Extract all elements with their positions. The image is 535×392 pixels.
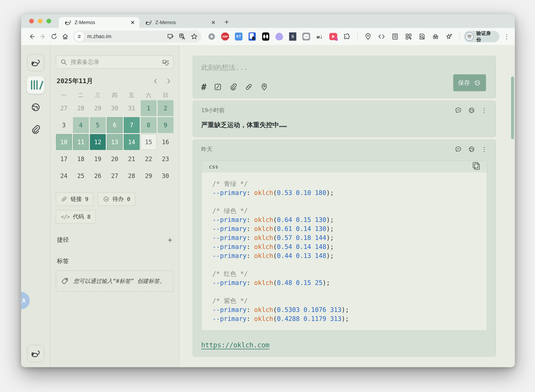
calendar-day[interactable]: 25	[73, 168, 89, 184]
code-stat-chip[interactable]: </> 代码 8	[56, 210, 96, 223]
profile-chip[interactable]: 验证身份	[464, 31, 499, 42]
links-stat-chip[interactable]: 链接 9	[56, 192, 94, 206]
address-bar[interactable]: m.zhao.im	[73, 31, 201, 42]
app-logo-mouse-icon[interactable]	[27, 54, 44, 71]
memo-link[interactable]: https://oklch.com	[201, 341, 270, 349]
calendar-day[interactable]: 23	[158, 151, 174, 167]
attachment-icon[interactable]	[229, 83, 237, 91]
url-text[interactable]: m.zhao.im	[87, 33, 167, 39]
calendar-day[interactable]: 22	[141, 151, 156, 167]
calendar-day[interactable]: 27	[107, 168, 123, 184]
globe-icon[interactable]	[468, 107, 475, 114]
copy-code-icon[interactable]	[474, 163, 480, 170]
nav-explore-button[interactable]	[27, 99, 44, 116]
calendar-day[interactable]: 1	[141, 100, 156, 116]
calendar-day[interactable]: 9	[158, 117, 174, 133]
calendar-day[interactable]: 17	[56, 151, 72, 167]
hashtag-icon[interactable]: #	[201, 83, 206, 91]
calendar-day[interactable]: 13	[107, 134, 123, 150]
location-pin-icon[interactable]	[364, 33, 372, 41]
calendar-day[interactable]: 15	[141, 134, 156, 150]
calendar-day[interactable]: 28	[73, 100, 89, 116]
incognito-icon[interactable]	[431, 33, 440, 41]
memo-editor[interactable]: 此刻的想法... # 保存	[193, 56, 496, 98]
floating-translate-bubble[interactable]: 文A	[21, 292, 30, 309]
calendar-day[interactable]: 27	[56, 100, 72, 116]
calendar-day[interactable]: 4	[73, 117, 89, 133]
calendar-day[interactable]: 31	[124, 100, 140, 116]
globe-icon[interactable]	[468, 145, 475, 153]
calendar-day[interactable]: 6	[107, 117, 123, 133]
calendar-day[interactable]: 14	[124, 134, 140, 150]
bookmark-star-icon[interactable]	[191, 33, 198, 40]
browser-menu-icon[interactable]: ⋮	[504, 33, 510, 40]
minimize-window-button[interactable]	[38, 19, 43, 23]
code-brackets-icon[interactable]	[377, 33, 386, 41]
scrollbar-thumb[interactable]	[511, 76, 514, 139]
calendar-day[interactable]: 28	[124, 168, 140, 184]
prev-month-icon[interactable]	[153, 79, 158, 84]
tab-z-memos-active[interactable]: Z-Memos ✕	[59, 17, 139, 28]
calendar-day[interactable]: 26	[90, 168, 106, 184]
extension-ring-icon[interactable]	[208, 33, 216, 41]
calendar-day[interactable]: 21	[124, 151, 140, 167]
calendar-day[interactable]: 29	[141, 168, 156, 184]
back-button[interactable]	[26, 33, 37, 40]
calendar-day[interactable]: 24	[56, 168, 72, 184]
extension-eyes-icon[interactable]	[261, 33, 270, 41]
next-month-icon[interactable]	[166, 79, 171, 84]
calendar-day[interactable]: 20	[107, 151, 123, 167]
site-settings-icon[interactable]	[75, 32, 84, 41]
close-tab-icon[interactable]: ✕	[131, 20, 135, 26]
calendar-day[interactable]: 5	[90, 117, 106, 133]
calendar-day[interactable]: 2	[158, 100, 174, 116]
extension-password-lock-icon[interactable]	[248, 33, 256, 41]
calendar-day[interactable]: 19	[90, 151, 106, 167]
qr-code-icon[interactable]	[404, 33, 413, 41]
extension-video-icon[interactable]	[329, 33, 337, 41]
calendar-day[interactable]: 29	[90, 100, 106, 116]
calendar-day[interactable]: 30	[107, 100, 123, 116]
extension-adblock-icon[interactable]: ABP	[221, 33, 229, 41]
extension-s-icon[interactable]: S	[289, 33, 297, 41]
comment-icon[interactable]	[455, 145, 462, 153]
calendar-day[interactable]: 30	[158, 168, 174, 184]
translate-icon[interactable]	[179, 33, 186, 40]
new-tab-button[interactable]: +	[220, 18, 231, 28]
calendar-day[interactable]: 16	[158, 134, 174, 150]
search-input[interactable]: 搜索备忘录	[56, 56, 174, 69]
close-tab-icon[interactable]: ✕	[211, 20, 215, 26]
extension-ghost-icon[interactable]	[275, 33, 283, 41]
send-to-device-icon[interactable]	[167, 33, 174, 40]
bottom-mouse-button[interactable]	[27, 345, 44, 362]
calendar-day[interactable]: 12	[90, 134, 106, 150]
link-icon[interactable]	[245, 83, 253, 91]
calendar-day[interactable]: 3	[56, 117, 72, 133]
comment-icon[interactable]	[455, 107, 462, 114]
calendar-day[interactable]: 18	[73, 151, 89, 167]
tab-z-memos-inactive[interactable]: Z-Memos ✕	[139, 17, 220, 28]
calendar-day[interactable]: 11	[73, 134, 89, 150]
calendar-day[interactable]: 10	[56, 134, 72, 150]
star-sparkle-icon[interactable]	[445, 33, 453, 41]
reload-button[interactable]	[48, 33, 60, 40]
home-button[interactable]	[60, 33, 71, 40]
extension-line-icon[interactable]: LINE	[302, 33, 310, 41]
todos-stat-chip[interactable]: 待办 0	[98, 192, 135, 206]
search-filter-icon[interactable]	[162, 61, 169, 64]
save-button[interactable]: 保存	[453, 74, 486, 91]
todo-checkbox-icon[interactable]	[214, 83, 222, 91]
add-shortcut-button[interactable]: +	[168, 235, 173, 244]
extension-markdown-icon[interactable]: M↓	[316, 33, 324, 41]
location-icon[interactable]	[260, 83, 268, 91]
find-in-page-icon[interactable]	[418, 33, 426, 41]
reading-list-icon[interactable]	[391, 33, 399, 41]
nav-memos-library-button[interactable]	[27, 76, 44, 93]
extension-kt-icon[interactable]: KT	[235, 33, 243, 41]
calendar-day[interactable]: 7	[124, 117, 140, 133]
extensions-puzzle-icon[interactable]	[343, 33, 351, 41]
memo-menu-icon[interactable]: ⋮	[481, 107, 487, 114]
calendar-day[interactable]: 8	[141, 117, 156, 133]
zoom-window-button[interactable]	[47, 19, 51, 23]
nav-attachments-button[interactable]	[27, 121, 44, 138]
